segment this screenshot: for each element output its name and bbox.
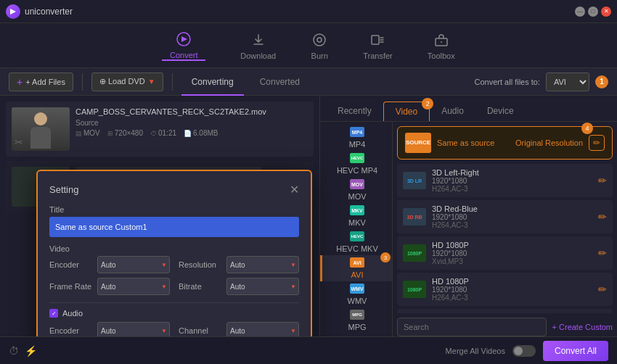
preset-hd-1080p-h264-info: HD 1080P 1920*1080 H264,AC-3 (432, 277, 592, 302)
tab-converted[interactable]: Converted (250, 68, 310, 96)
file-thumbnail-1: ✂ (12, 107, 70, 151)
mov-icon: MOV (350, 179, 364, 189)
preset-3d-rb-name: 3D Red-Blue (432, 204, 592, 213)
format-hevc-mkv[interactable]: HEVC HEVC MKV (320, 229, 392, 255)
encoder-select[interactable]: Auto (97, 256, 170, 273)
maximize-button[interactable]: □ (588, 7, 598, 17)
nav-burn[interactable]: Burn (311, 31, 328, 60)
resolution-label: Resolution (179, 260, 222, 269)
minimize-button[interactable]: — (575, 7, 585, 17)
preset-3d-rb-codec: H264,AC-3 (432, 221, 592, 229)
preset-hd-1080p-xvid-codec: Xvid,MP3 (432, 257, 592, 265)
merge-label: Merge All Videos (446, 347, 505, 355)
toolbar: + + Add Files ⊕ Load DVD ▼ Converting Co… (0, 68, 617, 96)
nav-transfer[interactable]: Transfer (363, 31, 393, 60)
channel-label: Channel (179, 326, 222, 335)
mkv-label: MKV (348, 218, 366, 227)
svg-rect-5 (372, 36, 379, 44)
tab-video[interactable]: Video 2 (383, 102, 430, 121)
title-bar: uniconverter — □ ✕ (0, 0, 617, 23)
hd-1080p-h264-icon: 1080P (403, 281, 426, 298)
format-avi[interactable]: AVI AVI 3 (320, 255, 392, 281)
audio-encoder-label: Encoder (49, 326, 93, 335)
bitrate-row: Bitrate Auto ▼ (179, 278, 299, 295)
bitrate-select-wrap: Auto ▼ (226, 278, 299, 295)
preset-hd-1080p-xvid: 1080P HD 1080P 1920*1080 Xvid,MP3 ✏ (397, 236, 613, 270)
hd-1080p-xvid-icon: 1080P (403, 244, 426, 262)
3d-rb-icon: 3D RB (403, 208, 426, 226)
close-button[interactable]: ✕ (601, 7, 611, 17)
hevc-mp4-label: HEVC MP4 (337, 166, 377, 175)
toolbar-divider2 (172, 73, 173, 91)
preset-hd-1080p-xvid-info: HD 1080P 1920*1080 Xvid,MP3 (432, 241, 592, 265)
audio-encoder-row: Encoder Auto ▼ (49, 322, 170, 336)
nav-convert-label: Convert (170, 51, 198, 59)
load-dvd-button[interactable]: ⊕ Load DVD ▼ (91, 73, 163, 91)
nav-download[interactable]: Download (240, 31, 276, 60)
preset-hd-1080p-h264-name: HD 1080P (432, 277, 592, 286)
resolution-select[interactable]: Auto (226, 256, 299, 273)
preset-hd-1080p-h264-res: 1920*1080 (432, 286, 592, 294)
convert-all-label: Convert all files to: (475, 78, 540, 86)
audio-encoder-select-wrap: Auto ▼ (97, 322, 170, 336)
preset-3d-left-right: 3D LR 3D Left-Right 1920*1080 H264,AC-3 … (397, 164, 613, 197)
preset-3d-lr-codec: H264,AC-3 (432, 185, 592, 193)
nav-convert[interactable]: Convert (162, 30, 205, 61)
format-select[interactable]: AVI MP4 MOV MKV (546, 73, 589, 91)
preset-3d-lr-info: 3D Left-Right 1920*1080 H264,AC-3 (432, 168, 592, 193)
title-input[interactable] (49, 217, 299, 237)
format-mpg[interactable]: MPG MPG (320, 307, 392, 334)
tab-device[interactable]: Device (475, 102, 526, 121)
encoder-label: Encoder (49, 260, 93, 269)
format-wmv[interactable]: WMV WMV (320, 281, 392, 307)
presets-panel: SOURCE Same as source Original Resolutio… (393, 122, 617, 336)
3d-lr-icon: 3D LR (403, 172, 426, 189)
preset-hd-1080p-xvid-edit[interactable]: ✏ (598, 247, 607, 259)
framerate-label: Frame Rate (49, 282, 93, 291)
format-mp4[interactable]: MP4 MP4 (320, 125, 392, 151)
source-label: Source (75, 119, 308, 127)
framerate-select[interactable]: Auto (97, 278, 170, 295)
search-row: + Create Custom (393, 313, 617, 336)
svg-marker-2 (181, 36, 187, 42)
lightning-icon[interactable]: ⚡ (25, 345, 37, 357)
preset-original-resolution: Original Resolution (515, 138, 583, 147)
setting-audio-section: ✓ Audio Encoder Auto ▼ (49, 309, 299, 336)
audio-checkbox[interactable]: ✓ (49, 309, 58, 318)
preset-3d-lr-name: 3D Left-Right (432, 168, 592, 177)
audio-encoder-select[interactable]: Auto (97, 322, 170, 336)
setting-close-button[interactable]: ✕ (290, 183, 299, 197)
framerate-row: Frame Rate Auto ▼ (49, 278, 170, 295)
download-icon (250, 31, 267, 49)
nav-download-label: Download (240, 51, 276, 60)
channel-select[interactable]: Auto (226, 322, 299, 336)
format-hevc-mp4[interactable]: HEVC HEVC MP4 (320, 151, 392, 177)
tab-audio[interactable]: Audio (430, 102, 475, 121)
hevc-mp4-icon: HEVC (350, 153, 364, 163)
merge-toggle[interactable] (512, 345, 536, 357)
file-duration: ⏱ 01:21 (150, 129, 176, 137)
preset-3d-rb-edit[interactable]: ✏ (598, 211, 607, 223)
bitrate-select[interactable]: Auto (226, 278, 299, 295)
add-files-button[interactable]: + + Add Files (9, 73, 73, 91)
toolbar-right: Convert all files to: AVI MP4 MOV MKV 1 (475, 73, 608, 91)
setting-dialog-title-bar: Setting ✕ (49, 183, 299, 197)
tab-recently[interactable]: Recently (326, 102, 383, 121)
toolbar-divider (82, 73, 83, 91)
nav-toolbox[interactable]: Toolbox (428, 31, 455, 60)
avi-badge: 3 (380, 252, 391, 262)
search-input[interactable] (397, 318, 547, 336)
person-head (34, 112, 47, 125)
convert-all-button[interactable]: Convert All (543, 341, 608, 361)
preset-edit-button[interactable]: ✏ (589, 135, 605, 151)
preset-3d-lr-edit[interactable]: ✏ (598, 175, 607, 186)
clock-icon[interactable]: ⏱ (9, 345, 19, 357)
nav-bar: Convert Download Burn (0, 23, 617, 68)
create-custom-button[interactable]: + Create Custom (552, 323, 613, 331)
format-mkv[interactable]: MKV MKV (320, 203, 392, 229)
video-settings-grid: Encoder Auto ▼ Resolution (49, 256, 299, 295)
tab-converting[interactable]: Converting (181, 68, 244, 96)
format-mov[interactable]: MOV MOV (320, 177, 392, 203)
preset-hd-1080p-h264-edit[interactable]: ✏ (598, 284, 607, 295)
burn-icon (311, 31, 328, 49)
